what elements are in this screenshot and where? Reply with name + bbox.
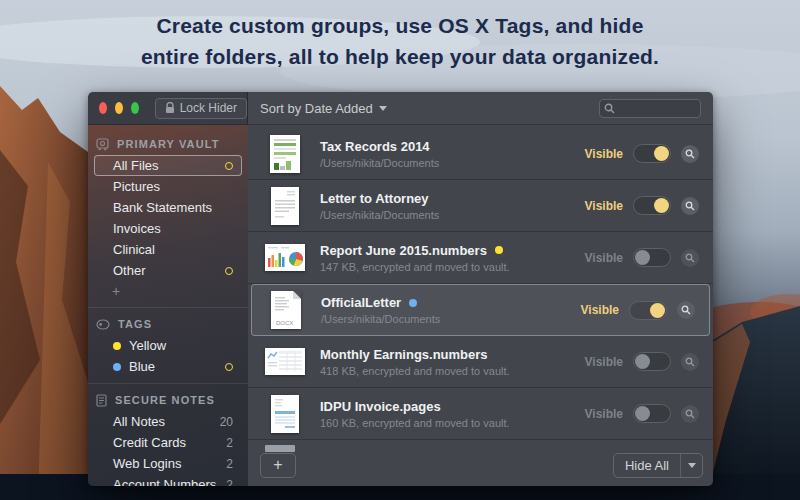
item-count-badge: 2	[226, 478, 233, 487]
file-meta: Report June 2015.numbers 147 KB, encrypt…	[320, 243, 511, 273]
sidebar-item-label: Blue	[129, 359, 155, 374]
sidebar-item-label: Pictures	[113, 179, 160, 194]
visibility-toggle[interactable]	[633, 196, 671, 215]
row-controls: Visible	[585, 144, 703, 163]
row-controls: Visible	[585, 352, 703, 371]
file-row-idpu-invoice[interactable]: IDPU Invoice.pages 160 KB, encrypted and…	[248, 388, 713, 440]
file-row-official-letter[interactable]: DOCX OfficialLetter /Users/nikita/Docume…	[251, 284, 710, 336]
sidebar-item-label: Web Logins	[113, 456, 181, 471]
zoom-window-button[interactable]	[131, 102, 139, 114]
file-thumbnail	[262, 187, 308, 225]
row-controls: Visible	[585, 196, 703, 215]
sidebar-item-web-logins[interactable]: Web Logins 2	[94, 453, 242, 474]
sidebar: PRIMARY VAULT All Files Pictures Bank St…	[88, 125, 248, 486]
file-list-pane: Tax Records 2014 /Users/nikita/Documents…	[248, 125, 713, 486]
sort-label: Sort by Date Added	[260, 101, 373, 116]
plus-icon: +	[273, 456, 282, 474]
add-file-button[interactable]: +	[260, 453, 296, 478]
sidebar-item-tag-blue[interactable]: Blue	[94, 356, 242, 377]
sidebar-item-credit-cards[interactable]: Credit Cards 2	[94, 432, 242, 453]
headline-line1: Create custom groups, use OS X Tags, and…	[0, 10, 800, 41]
row-controls: Visible	[581, 301, 699, 320]
hide-all-split-button[interactable]: Hide All	[613, 453, 703, 478]
add-group-button[interactable]: +	[94, 281, 242, 301]
sidebar-item-label: Other	[113, 263, 146, 278]
file-list: Tax Records 2014 /Users/nikita/Documents…	[248, 128, 713, 486]
secure-notes-title: SECURE NOTES	[115, 394, 215, 406]
primary-vault-header: PRIMARY VAULT	[88, 133, 248, 155]
tag-icon	[96, 319, 110, 330]
titlebar-content-section: Sort by Date Added	[248, 92, 713, 125]
file-row-monthly-earnings[interactable]: Monthly Earnings.numbers 418 KB, encrypt…	[248, 336, 713, 388]
sidebar-item-tag-yellow[interactable]: Yellow	[94, 335, 242, 356]
file-title: Monthly Earnings.numbers	[320, 347, 488, 362]
visible-ring-icon	[225, 363, 233, 371]
blue-tag-dot	[113, 363, 121, 371]
quicklook-button[interactable]	[681, 197, 699, 215]
sidebar-item-account-numbers[interactable]: Account Numbers 2	[94, 474, 242, 486]
plus-icon: +	[112, 283, 120, 299]
quicklook-button[interactable]	[681, 249, 699, 267]
sidebar-item-all-notes[interactable]: All Notes 20	[94, 411, 242, 432]
file-thumbnail	[262, 395, 308, 433]
magnifier-icon	[685, 253, 695, 263]
item-count-badge: 2	[226, 436, 233, 450]
file-subtitle: 418 KB, encrypted and moved to vault.	[320, 365, 510, 377]
hide-all-button[interactable]: Hide All	[614, 454, 680, 477]
file-thumbnail	[262, 244, 308, 271]
file-row-letter-attorney[interactable]: Letter to Attorney /Users/nikita/Documen…	[248, 180, 713, 232]
minimize-window-button[interactable]	[115, 102, 123, 114]
marketing-headline: Create custom groups, use OS X Tags, and…	[0, 10, 800, 72]
file-row-tax-records[interactable]: Tax Records 2014 /Users/nikita/Documents…	[248, 128, 713, 180]
sidebar-item-invoices[interactable]: Invoices	[94, 218, 242, 239]
sidebar-divider	[88, 383, 248, 384]
sidebar-item-other[interactable]: Other	[94, 260, 242, 281]
visible-label: Visible	[585, 147, 623, 161]
tags-title: TAGS	[118, 318, 152, 330]
sort-dropdown[interactable]: Sort by Date Added	[260, 101, 387, 116]
magnifier-icon	[685, 357, 695, 367]
hide-all-menu-button[interactable]	[680, 454, 702, 477]
magnifier-icon	[685, 201, 695, 211]
visibility-toggle[interactable]	[633, 352, 671, 371]
sidebar-item-clinical[interactable]: Clinical	[94, 239, 242, 260]
sidebar-item-label: Clinical	[113, 242, 155, 257]
file-title: Letter to Attorney	[320, 191, 429, 206]
titlebar-sidebar-section: Lock Hider	[88, 92, 248, 125]
sidebar-item-bank-statements[interactable]: Bank Statements	[94, 197, 242, 218]
magnifier-icon	[685, 149, 695, 159]
window-body: PRIMARY VAULT All Files Pictures Bank St…	[88, 125, 713, 486]
lock-icon	[165, 102, 175, 114]
quicklook-button[interactable]	[677, 301, 695, 319]
titlebar: Lock Hider Sort by Date Added	[88, 92, 713, 125]
file-subtitle: 160 KB, encrypted and moved to vault.	[320, 417, 510, 429]
file-meta: OfficialLetter /Users/nikita/Documents	[321, 295, 440, 325]
sidebar-item-pictures[interactable]: Pictures	[94, 176, 242, 197]
file-subtitle: /Users/nikita/Documents	[320, 157, 439, 169]
visibility-toggle[interactable]	[633, 404, 671, 423]
tags-header: TAGS	[88, 313, 248, 335]
item-count-badge: 2	[226, 457, 233, 471]
search-input[interactable]	[615, 100, 696, 116]
visibility-toggle[interactable]	[633, 144, 671, 163]
file-row-report-june[interactable]: Report June 2015.numbers 147 KB, encrypt…	[248, 232, 713, 284]
visibility-toggle[interactable]	[629, 301, 667, 320]
lock-hider-button[interactable]: Lock Hider	[155, 98, 247, 119]
quicklook-button[interactable]	[681, 353, 699, 371]
file-title: IDPU Invoice.pages	[320, 399, 441, 414]
sidebar-item-label: Invoices	[113, 221, 161, 236]
quicklook-button[interactable]	[681, 145, 699, 163]
quicklook-button[interactable]	[681, 405, 699, 423]
visibility-toggle[interactable]	[633, 248, 671, 267]
file-thumbnail	[262, 348, 308, 375]
chevron-down-icon	[379, 106, 387, 111]
row-controls: Visible	[585, 404, 703, 423]
headline-line2: entire folders, all to help keep your da…	[0, 41, 800, 72]
magnifier-icon	[681, 305, 691, 315]
close-window-button[interactable]	[99, 102, 107, 114]
sidebar-item-label: Account Numbers	[113, 477, 216, 486]
sidebar-item-all-files[interactable]: All Files	[94, 155, 242, 176]
search-field[interactable]	[599, 99, 701, 118]
magnifier-icon	[685, 409, 695, 419]
row-controls: Visible	[585, 248, 703, 267]
